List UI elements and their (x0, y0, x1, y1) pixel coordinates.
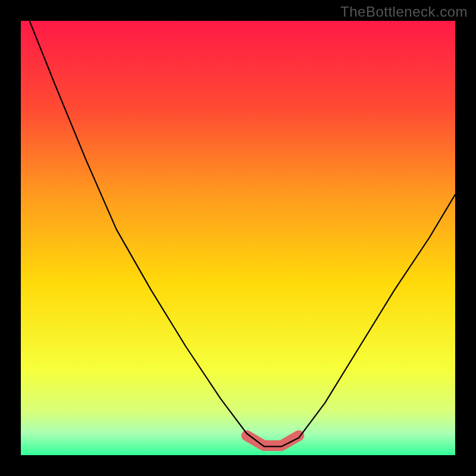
gradient-background (21, 21, 455, 455)
watermark-text: TheBottleneck.com (340, 4, 468, 20)
chart-frame: TheBottleneck.com (0, 0, 476, 476)
plot-area (21, 21, 455, 455)
plot-svg (21, 21, 455, 455)
